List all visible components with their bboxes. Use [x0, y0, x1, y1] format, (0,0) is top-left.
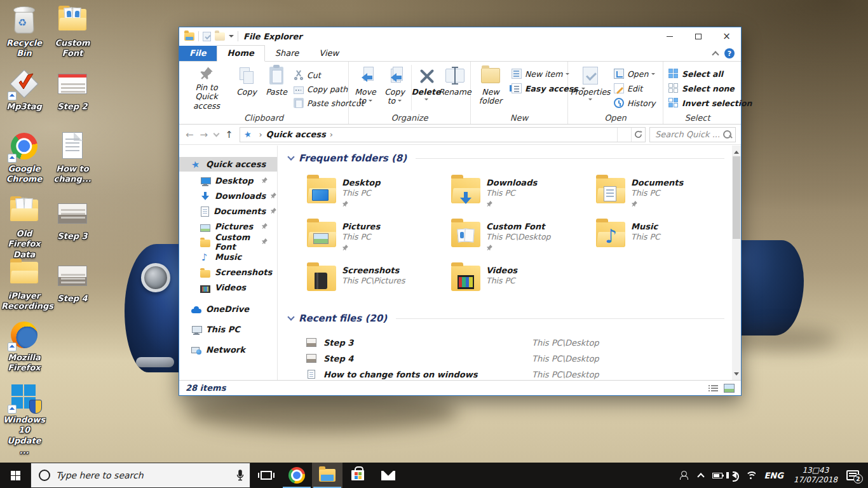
breadcrumb-quick-access[interactable]: Quick access — [266, 130, 326, 139]
volume-icon[interactable] — [726, 463, 742, 488]
sidebar-item-desktop[interactable]: Desktop — [179, 173, 277, 188]
large-icons-view-button[interactable] — [724, 384, 735, 393]
taskbar-file-explorer[interactable] — [312, 463, 342, 488]
sidebar-item-downloads[interactable]: Downloads — [179, 189, 277, 203]
tab-share[interactable]: Share — [265, 46, 309, 61]
invert-selection-button[interactable]: Invert selection — [668, 96, 752, 110]
taskbar-search-input[interactable] — [56, 470, 231, 480]
sidebar-item-music[interactable]: ♪ Music — [179, 250, 277, 264]
tile-pictures[interactable]: PicturesThis PC — [307, 220, 444, 257]
sidebar-item-custom-font[interactable]: Custom Font — [179, 234, 277, 249]
new-item-button[interactable]: New item — [512, 67, 569, 81]
cut-button[interactable]: Cut — [294, 68, 321, 82]
address-dropdown-caret[interactable] — [617, 128, 631, 142]
taskbar-store[interactable] — [342, 463, 373, 488]
details-view-button[interactable] — [708, 384, 719, 393]
move-to-button[interactable]: Move to — [351, 65, 379, 111]
select-none-button[interactable]: Select none — [668, 81, 735, 95]
hidden-icons-chevron[interactable] — [693, 463, 709, 488]
up-button[interactable]: ↑ — [225, 129, 233, 140]
sidebar-item-this-pc[interactable]: This PC — [179, 322, 277, 337]
qat-new-folder-button[interactable] — [215, 32, 225, 41]
copy-to-button[interactable]: Copy to — [381, 65, 409, 111]
wifi-icon[interactable] — [742, 463, 759, 488]
collapse-chevron-icon[interactable] — [287, 313, 294, 320]
paste-button[interactable]: Paste — [262, 65, 291, 111]
recent-file-row[interactable]: Step 4 This PC\Desktop — [278, 351, 732, 366]
tile-music[interactable]: ♪ MusicThis PC — [596, 220, 732, 257]
rename-button[interactable]: Rename — [439, 65, 471, 111]
recent-file-row[interactable]: Step 3 This PC\Desktop — [278, 335, 732, 350]
sidebar-item-documents[interactable]: Documents — [179, 204, 277, 219]
desktop-icon-how-to-change[interactable]: How to chang... — [50, 131, 95, 185]
qat-properties-button[interactable] — [203, 32, 211, 41]
desktop-icon-old-firefox-data[interactable]: Old Firefox Data — [1, 196, 47, 260]
task-view-button[interactable] — [251, 463, 281, 488]
taskbar-search[interactable] — [31, 463, 250, 488]
search-box[interactable] — [649, 127, 736, 142]
desktop-icon-step-3[interactable]: Step 3 — [50, 198, 95, 241]
sidebar-item-onedrive[interactable]: OneDrive — [179, 302, 277, 316]
scrollbar-thumb[interactable] — [733, 156, 740, 239]
tile-desktop[interactable]: DesktopThis PC — [307, 176, 444, 213]
tile-custom-font[interactable]: Custom FontThis PC\Desktop — [451, 220, 588, 257]
clock[interactable]: 13□43 17/07/2018 — [789, 466, 843, 485]
properties-button[interactable]: Properties — [571, 65, 610, 111]
new-folder-button[interactable]: New folder — [473, 65, 508, 111]
tile-screenshots[interactable]: ScreenshotsThis PC\Pictures — [307, 264, 444, 301]
desktop-icon-step-4[interactable]: Step 4 — [50, 261, 95, 304]
edit-button[interactable]: Edit — [614, 81, 642, 95]
action-center-icon[interactable]: 2 — [846, 470, 859, 480]
people-icon[interactable] — [676, 463, 693, 488]
sidebar-item-quick-access[interactable]: ★ Quick access — [179, 157, 277, 172]
delete-button[interactable]: Delete — [411, 65, 439, 111]
microphone-icon[interactable] — [231, 470, 250, 481]
tab-file[interactable]: File — [179, 46, 217, 61]
copy-button[interactable]: Copy — [233, 65, 261, 111]
recent-file-row[interactable]: How to change fonts on windows This PC\D… — [278, 367, 732, 380]
desktop-icon-recycle-bin[interactable]: ♻ Recycle Bin — [1, 5, 47, 59]
battery-icon[interactable] — [709, 463, 726, 488]
minimize-button[interactable] — [655, 27, 684, 45]
history-button[interactable]: History — [614, 96, 655, 110]
back-button[interactable]: ← — [186, 129, 194, 140]
vertical-scrollbar[interactable] — [732, 146, 741, 380]
copy-path-button[interactable]: Copy path — [294, 82, 348, 96]
tab-view[interactable]: View — [309, 46, 349, 61]
sidebar-item-screenshots[interactable]: Screenshots — [179, 265, 277, 280]
desktop-icon-step-2[interactable]: Step 2 — [50, 69, 95, 112]
taskbar-chrome[interactable] — [281, 463, 312, 488]
select-all-button[interactable]: Select all — [668, 67, 723, 81]
desktop-icon-mp3tag[interactable]: Mp3tag — [1, 69, 47, 112]
breadcrumb-chevron[interactable]: › — [255, 130, 266, 139]
forward-button[interactable]: → — [200, 129, 208, 140]
open-button[interactable]: Open — [614, 67, 655, 81]
desktop-icon-custom-font[interactable]: Custom Font — [50, 5, 95, 59]
pin-to-quick-access-button[interactable]: Pin to Quick access — [183, 65, 230, 111]
refresh-button[interactable] — [631, 128, 645, 142]
qat-customize-caret[interactable] — [229, 35, 234, 40]
breadcrumb-bar[interactable]: ★ › Quick access › — [240, 127, 646, 142]
search-input[interactable] — [650, 130, 722, 139]
language-indicator[interactable]: ENG — [759, 471, 788, 480]
start-button[interactable] — [0, 463, 31, 488]
sidebar-item-videos[interactable]: Videos — [179, 280, 277, 295]
minimize-ribbon-icon[interactable] — [712, 51, 719, 58]
desktop-icon-windows-10-update[interactable]: Windows 10 Update ... — [1, 382, 47, 456]
tile-documents[interactable]: DocumentsThis PC — [596, 176, 732, 213]
help-icon[interactable]: ? — [724, 48, 735, 58]
tile-downloads[interactable]: DownloadsThis PC — [451, 176, 588, 213]
sidebar-item-network[interactable]: Network — [179, 342, 277, 357]
close-button[interactable]: × — [712, 27, 741, 45]
tile-videos[interactable]: VideosThis PC — [451, 264, 588, 301]
breadcrumb-chevron[interactable]: › — [326, 130, 337, 139]
search-icon[interactable] — [722, 129, 733, 140]
desktop-icon-google-chrome[interactable]: Google Chrome — [1, 131, 47, 185]
maximize-button[interactable] — [684, 27, 712, 45]
scroll-down-arrow[interactable] — [732, 370, 741, 380]
tab-home[interactable]: Home — [217, 45, 265, 62]
desktop-icon-iplayer-recordings[interactable]: iPlayer Recordings — [1, 258, 47, 312]
recent-locations-caret[interactable] — [214, 130, 220, 137]
collapse-chevron-icon[interactable] — [287, 153, 294, 160]
desktop-icon-mozilla-firefox[interactable]: Mozilla Firefox — [1, 320, 47, 374]
